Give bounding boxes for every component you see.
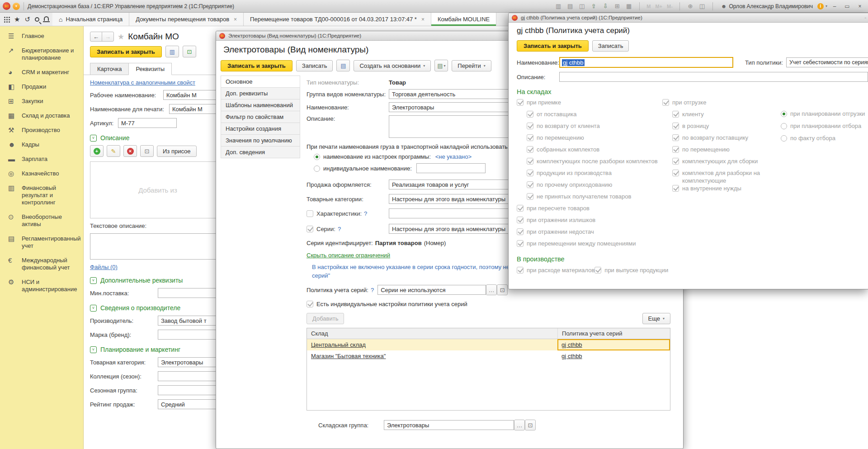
- document-tab[interactable]: Комбайн MOULINE ×: [431, 13, 496, 26]
- checkbox-icon[interactable]: [672, 158, 679, 165]
- create-based-on-button[interactable]: Создать на основании ▾: [354, 60, 431, 71]
- sidebar-item[interactable]: ⊙ Внеоборотные активы: [0, 210, 83, 232]
- characteristics-input[interactable]: [389, 208, 512, 218]
- sidebar-item[interactable]: ⚙ НСИ и администрирование: [0, 275, 83, 297]
- sidebar-item[interactable]: ◕ CRM и маркетинг: [0, 65, 83, 80]
- checkbox-icon[interactable]: [517, 99, 524, 106]
- checkbox-icon[interactable]: [672, 185, 679, 192]
- save-icon-button[interactable]: ▥: [165, 46, 179, 57]
- warehouse-link[interactable]: Центральный склад: [311, 341, 366, 348]
- table-row[interactable]: Магазин "Бытовая техника" gj cthbb: [307, 350, 670, 362]
- policy-link[interactable]: gj cthbb: [561, 353, 582, 359]
- checkbox-icon[interactable]: [672, 170, 679, 176]
- checkbox-icon[interactable]: [594, 267, 601, 274]
- document-tab[interactable]: Перемещение товаров ТД00-000016 от 04.03…: [244, 13, 431, 26]
- season-group-input[interactable]: [158, 385, 216, 395]
- policy-description-input[interactable]: [559, 72, 868, 82]
- forward-button[interactable]: →: [102, 32, 114, 42]
- notifications-icon[interactable]: [44, 16, 49, 21]
- add-row-button[interactable]: Добавить: [307, 313, 344, 324]
- collection-input[interactable]: [158, 371, 216, 381]
- hide-restrictions-link[interactable]: Скрыть описание ограничений: [307, 252, 390, 259]
- print-icon[interactable]: ▤: [565, 2, 575, 11]
- nav-item[interactable]: Значения по умолчанию: [221, 134, 300, 147]
- rating-input[interactable]: Средний: [158, 399, 216, 409]
- from-attached-files-button[interactable]: Из присое: [157, 146, 197, 157]
- radio-individual-name[interactable]: [314, 165, 320, 172]
- tab-home[interactable]: ⌂ Начальная страница: [52, 13, 129, 26]
- checkbox-icon[interactable]: [517, 217, 524, 223]
- description-area[interactable]: [389, 115, 512, 138]
- sidebar-item[interactable]: ◧ Продажи: [0, 80, 83, 94]
- sidebar-item[interactable]: ◎ Казначейство: [0, 166, 83, 181]
- sidebar-item[interactable]: ↗ Бюджетирование и планирование: [0, 43, 83, 65]
- save-close-button[interactable]: Записать и закрыть: [517, 40, 589, 52]
- warehouse-group-input[interactable]: Электротовары: [384, 420, 514, 430]
- checkbox-icon[interactable]: [672, 146, 679, 153]
- nav-item[interactable]: Настройки создания: [221, 123, 300, 135]
- policy-input[interactable]: Серии не используются: [377, 285, 486, 295]
- save-icon[interactable]: ▥: [553, 2, 563, 11]
- sale-type-input[interactable]: Реализация товаров и услуг: [389, 180, 512, 189]
- search-icon[interactable]: [35, 17, 39, 22]
- report-list-icon-button[interactable]: ▤: [336, 60, 350, 71]
- checkbox-icon[interactable]: [527, 134, 533, 141]
- policy-name-input[interactable]: gj cthbb: [559, 57, 733, 68]
- name-input[interactable]: Электротовары: [389, 102, 512, 112]
- sidebar-item[interactable]: ⊞ Закупки: [0, 94, 83, 109]
- category-input[interactable]: Электротовары: [158, 357, 216, 367]
- collapse-icon[interactable]: ˅: [90, 346, 97, 353]
- individual-name-input[interactable]: [416, 163, 486, 173]
- delete-image-button[interactable]: ×: [123, 145, 137, 157]
- checkbox-icon[interactable]: [662, 99, 669, 106]
- copy-image-button[interactable]: ⊡: [140, 145, 154, 157]
- dialog-titlebar[interactable]: 1С gj cthbb (Политика учета серий) (1С:П…: [509, 13, 868, 23]
- add-image-button[interactable]: +: [90, 145, 104, 157]
- chevron-down-icon[interactable]: ▾: [826, 4, 827, 8]
- not-specified-link[interactable]: <не указано>: [435, 153, 472, 160]
- nav-item[interactable]: Основное: [221, 76, 300, 88]
- checkbox-icon[interactable]: [517, 205, 524, 212]
- collapse-icon[interactable]: ˅: [90, 305, 97, 312]
- image-drop-area[interactable]: Добавить из: [90, 161, 216, 218]
- radio-icon[interactable]: [781, 123, 787, 129]
- favorites-icon[interactable]: ★: [14, 15, 20, 24]
- open-button[interactable]: ⊡: [497, 284, 508, 295]
- close-icon[interactable]: ×: [234, 16, 237, 23]
- calculator-icon[interactable]: ⊞: [612, 2, 622, 11]
- column-header[interactable]: Склад: [307, 330, 557, 337]
- checkbox-icon[interactable]: [672, 134, 679, 141]
- checkbox-icon[interactable]: [517, 228, 524, 235]
- checkbox-icon[interactable]: [527, 123, 533, 129]
- nav-item[interactable]: Фильтр по свойствам: [221, 111, 300, 123]
- split-view-icon[interactable]: ◫: [697, 2, 707, 11]
- tab-details[interactable]: Реквизиты: [128, 63, 172, 75]
- series-input[interactable]: Настроены для этого вида номенклатуры: [389, 224, 512, 234]
- all-functions-icon[interactable]: [4, 16, 9, 22]
- individual-settings-checkbox[interactable]: [307, 301, 313, 307]
- checkbox-icon[interactable]: [527, 111, 533, 118]
- policy-type-input[interactable]: Учет себестоимости по сериям: [786, 57, 868, 67]
- radio-program-name[interactable]: [314, 154, 320, 160]
- window-dock-icon[interactable]: ▫: [864, 15, 866, 20]
- checkbox-icon[interactable]: [527, 193, 533, 200]
- checkbox-icon[interactable]: [517, 240, 524, 247]
- radio-icon[interactable]: [781, 135, 787, 142]
- save-button[interactable]: Записать: [296, 60, 333, 71]
- table-row[interactable]: Центральный склад gj cthbb: [307, 339, 670, 350]
- preview-icon[interactable]: ◫: [577, 2, 587, 11]
- sidebar-item[interactable]: ☻ Кадры: [0, 137, 83, 152]
- save-close-button[interactable]: Записать и закрыть: [90, 46, 162, 57]
- files-link[interactable]: Файлы (0): [90, 264, 118, 270]
- calendar-icon[interactable]: ▦: [624, 2, 634, 11]
- sidebar-item[interactable]: € Международный финансовый учет: [0, 253, 83, 275]
- checkbox-icon[interactable]: [672, 123, 679, 129]
- sidebar-item[interactable]: ▤ Регламентированный учет: [0, 232, 83, 253]
- copy-create-icon-button[interactable]: ⊡: [183, 46, 196, 57]
- radio-icon[interactable]: [781, 111, 787, 117]
- checkbox-icon[interactable]: [527, 146, 533, 153]
- warehouse-link[interactable]: Магазин "Бытовая техника": [311, 353, 386, 359]
- checkbox-icon[interactable]: [527, 170, 533, 176]
- similar-items-link[interactable]: Номенклатура с аналогичными свойст: [90, 79, 195, 86]
- sidebar-item[interactable]: ☰ Главное: [0, 29, 83, 43]
